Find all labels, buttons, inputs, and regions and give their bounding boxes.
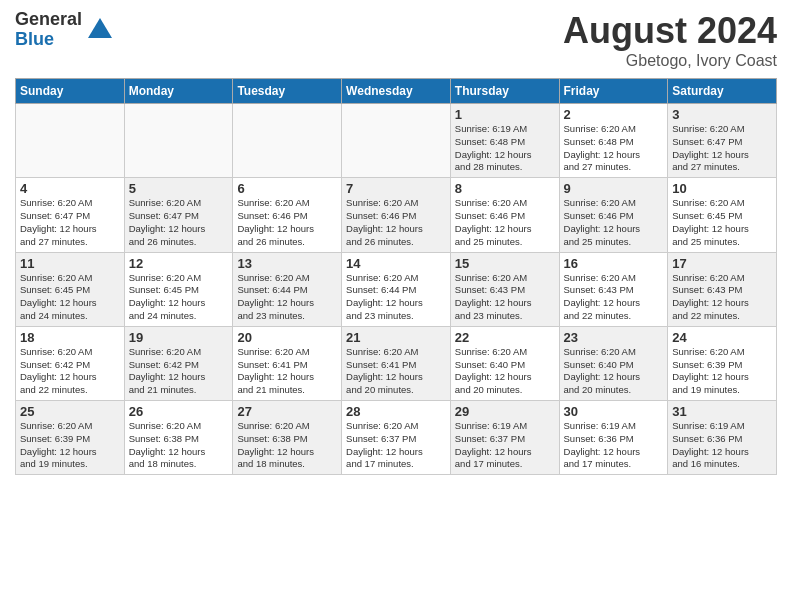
calendar-week-row: 1Sunrise: 6:19 AM Sunset: 6:48 PM Daylig… <box>16 104 777 178</box>
day-info: Sunrise: 6:20 AM Sunset: 6:46 PM Dayligh… <box>237 197 337 248</box>
table-row: 30Sunrise: 6:19 AM Sunset: 6:36 PM Dayli… <box>559 401 668 475</box>
day-info: Sunrise: 6:20 AM Sunset: 6:45 PM Dayligh… <box>129 272 229 323</box>
table-row: 25Sunrise: 6:20 AM Sunset: 6:39 PM Dayli… <box>16 401 125 475</box>
day-info: Sunrise: 6:20 AM Sunset: 6:41 PM Dayligh… <box>346 346 446 397</box>
table-row: 29Sunrise: 6:19 AM Sunset: 6:37 PM Dayli… <box>450 401 559 475</box>
day-info: Sunrise: 6:19 AM Sunset: 6:36 PM Dayligh… <box>564 420 664 471</box>
table-row: 24Sunrise: 6:20 AM Sunset: 6:39 PM Dayli… <box>668 326 777 400</box>
day-number: 7 <box>346 181 446 196</box>
col-sunday: Sunday <box>16 79 125 104</box>
day-number: 16 <box>564 256 664 271</box>
day-info: Sunrise: 6:20 AM Sunset: 6:39 PM Dayligh… <box>672 346 772 397</box>
day-number: 29 <box>455 404 555 419</box>
table-row: 15Sunrise: 6:20 AM Sunset: 6:43 PM Dayli… <box>450 252 559 326</box>
day-number: 12 <box>129 256 229 271</box>
day-info: Sunrise: 6:20 AM Sunset: 6:43 PM Dayligh… <box>564 272 664 323</box>
day-number: 23 <box>564 330 664 345</box>
day-info: Sunrise: 6:20 AM Sunset: 6:46 PM Dayligh… <box>455 197 555 248</box>
day-info: Sunrise: 6:20 AM Sunset: 6:45 PM Dayligh… <box>20 272 120 323</box>
day-info: Sunrise: 6:20 AM Sunset: 6:38 PM Dayligh… <box>129 420 229 471</box>
table-row: 27Sunrise: 6:20 AM Sunset: 6:38 PM Dayli… <box>233 401 342 475</box>
col-wednesday: Wednesday <box>342 79 451 104</box>
day-number: 27 <box>237 404 337 419</box>
col-saturday: Saturday <box>668 79 777 104</box>
day-number: 28 <box>346 404 446 419</box>
day-info: Sunrise: 6:20 AM Sunset: 6:39 PM Dayligh… <box>20 420 120 471</box>
calendar-body: 1Sunrise: 6:19 AM Sunset: 6:48 PM Daylig… <box>16 104 777 475</box>
day-number: 24 <box>672 330 772 345</box>
table-row: 31Sunrise: 6:19 AM Sunset: 6:36 PM Dayli… <box>668 401 777 475</box>
main-container: General Blue August 2024 Gbetogo, Ivory … <box>0 0 792 485</box>
day-number: 30 <box>564 404 664 419</box>
day-info: Sunrise: 6:19 AM Sunset: 6:37 PM Dayligh… <box>455 420 555 471</box>
table-row: 19Sunrise: 6:20 AM Sunset: 6:42 PM Dayli… <box>124 326 233 400</box>
table-row: 4Sunrise: 6:20 AM Sunset: 6:47 PM Daylig… <box>16 178 125 252</box>
day-info: Sunrise: 6:20 AM Sunset: 6:42 PM Dayligh… <box>129 346 229 397</box>
table-row: 23Sunrise: 6:20 AM Sunset: 6:40 PM Dayli… <box>559 326 668 400</box>
table-row: 21Sunrise: 6:20 AM Sunset: 6:41 PM Dayli… <box>342 326 451 400</box>
table-row: 3Sunrise: 6:20 AM Sunset: 6:47 PM Daylig… <box>668 104 777 178</box>
table-row <box>233 104 342 178</box>
day-info: Sunrise: 6:20 AM Sunset: 6:47 PM Dayligh… <box>20 197 120 248</box>
day-number: 11 <box>20 256 120 271</box>
table-row: 26Sunrise: 6:20 AM Sunset: 6:38 PM Dayli… <box>124 401 233 475</box>
day-info: Sunrise: 6:20 AM Sunset: 6:37 PM Dayligh… <box>346 420 446 471</box>
month-year: August 2024 <box>563 10 777 52</box>
day-number: 2 <box>564 107 664 122</box>
day-number: 6 <box>237 181 337 196</box>
logo: General Blue <box>15 10 114 50</box>
logo-icon <box>86 16 114 44</box>
calendar-week-row: 4Sunrise: 6:20 AM Sunset: 6:47 PM Daylig… <box>16 178 777 252</box>
title-block: August 2024 Gbetogo, Ivory Coast <box>563 10 777 70</box>
logo-general: General <box>15 10 82 30</box>
day-number: 4 <box>20 181 120 196</box>
day-number: 25 <box>20 404 120 419</box>
col-monday: Monday <box>124 79 233 104</box>
location: Gbetogo, Ivory Coast <box>563 52 777 70</box>
table-row <box>124 104 233 178</box>
table-row: 8Sunrise: 6:20 AM Sunset: 6:46 PM Daylig… <box>450 178 559 252</box>
table-row: 2Sunrise: 6:20 AM Sunset: 6:48 PM Daylig… <box>559 104 668 178</box>
calendar-header-row: Sunday Monday Tuesday Wednesday Thursday… <box>16 79 777 104</box>
day-number: 9 <box>564 181 664 196</box>
day-number: 13 <box>237 256 337 271</box>
table-row: 7Sunrise: 6:20 AM Sunset: 6:46 PM Daylig… <box>342 178 451 252</box>
day-info: Sunrise: 6:19 AM Sunset: 6:36 PM Dayligh… <box>672 420 772 471</box>
header: General Blue August 2024 Gbetogo, Ivory … <box>15 10 777 70</box>
table-row: 17Sunrise: 6:20 AM Sunset: 6:43 PM Dayli… <box>668 252 777 326</box>
table-row: 12Sunrise: 6:20 AM Sunset: 6:45 PM Dayli… <box>124 252 233 326</box>
table-row: 1Sunrise: 6:19 AM Sunset: 6:48 PM Daylig… <box>450 104 559 178</box>
table-row: 10Sunrise: 6:20 AM Sunset: 6:45 PM Dayli… <box>668 178 777 252</box>
day-number: 17 <box>672 256 772 271</box>
day-number: 21 <box>346 330 446 345</box>
day-info: Sunrise: 6:20 AM Sunset: 6:41 PM Dayligh… <box>237 346 337 397</box>
table-row: 11Sunrise: 6:20 AM Sunset: 6:45 PM Dayli… <box>16 252 125 326</box>
day-number: 5 <box>129 181 229 196</box>
table-row: 28Sunrise: 6:20 AM Sunset: 6:37 PM Dayli… <box>342 401 451 475</box>
col-friday: Friday <box>559 79 668 104</box>
table-row <box>16 104 125 178</box>
day-number: 14 <box>346 256 446 271</box>
day-info: Sunrise: 6:20 AM Sunset: 6:43 PM Dayligh… <box>455 272 555 323</box>
day-info: Sunrise: 6:20 AM Sunset: 6:47 PM Dayligh… <box>672 123 772 174</box>
day-number: 8 <box>455 181 555 196</box>
day-info: Sunrise: 6:19 AM Sunset: 6:48 PM Dayligh… <box>455 123 555 174</box>
day-info: Sunrise: 6:20 AM Sunset: 6:40 PM Dayligh… <box>564 346 664 397</box>
day-number: 18 <box>20 330 120 345</box>
table-row: 20Sunrise: 6:20 AM Sunset: 6:41 PM Dayli… <box>233 326 342 400</box>
table-row: 22Sunrise: 6:20 AM Sunset: 6:40 PM Dayli… <box>450 326 559 400</box>
table-row: 5Sunrise: 6:20 AM Sunset: 6:47 PM Daylig… <box>124 178 233 252</box>
day-number: 1 <box>455 107 555 122</box>
calendar-week-row: 25Sunrise: 6:20 AM Sunset: 6:39 PM Dayli… <box>16 401 777 475</box>
svg-marker-0 <box>88 18 112 38</box>
day-info: Sunrise: 6:20 AM Sunset: 6:44 PM Dayligh… <box>346 272 446 323</box>
day-number: 19 <box>129 330 229 345</box>
day-info: Sunrise: 6:20 AM Sunset: 6:46 PM Dayligh… <box>564 197 664 248</box>
calendar-week-row: 11Sunrise: 6:20 AM Sunset: 6:45 PM Dayli… <box>16 252 777 326</box>
table-row: 9Sunrise: 6:20 AM Sunset: 6:46 PM Daylig… <box>559 178 668 252</box>
day-number: 22 <box>455 330 555 345</box>
day-info: Sunrise: 6:20 AM Sunset: 6:40 PM Dayligh… <box>455 346 555 397</box>
table-row: 18Sunrise: 6:20 AM Sunset: 6:42 PM Dayli… <box>16 326 125 400</box>
day-info: Sunrise: 6:20 AM Sunset: 6:46 PM Dayligh… <box>346 197 446 248</box>
logo-text: General Blue <box>15 10 82 50</box>
